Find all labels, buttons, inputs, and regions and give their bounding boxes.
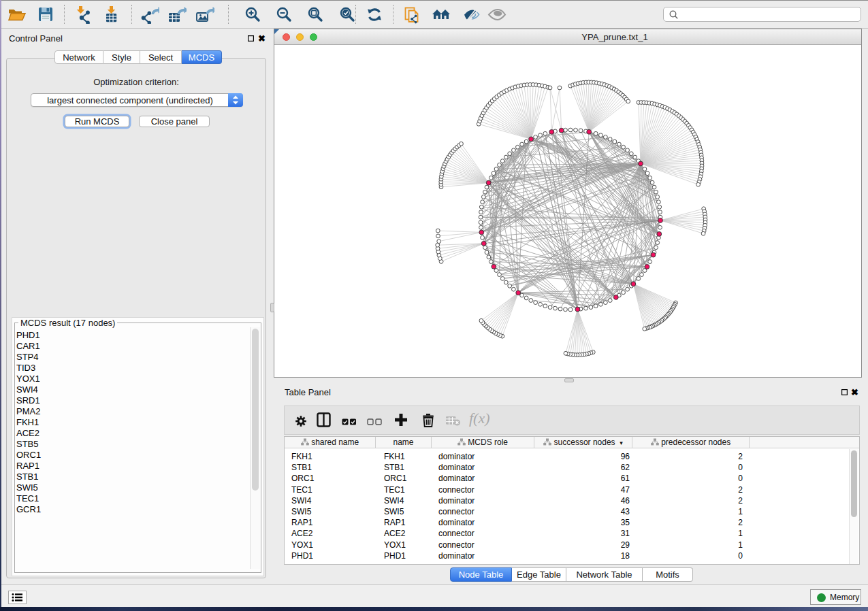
svg-text:f(x): f(x) [469,410,490,427]
